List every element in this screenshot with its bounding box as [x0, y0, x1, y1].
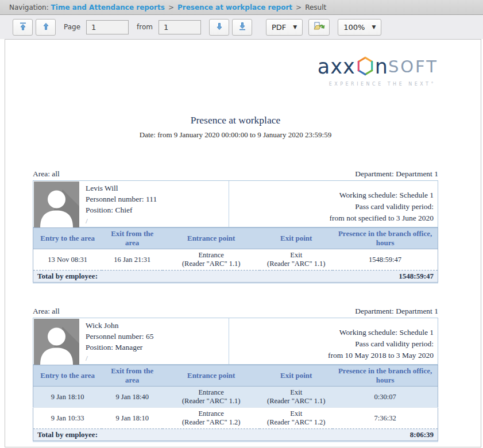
entrance-point-cell: Entrance(Reader "ARC" 1.1)	[163, 249, 260, 271]
exit-point-cell: Exit(Reader "ARC" 1.2)	[260, 408, 333, 429]
employee-section: Area: all Department: Department 1 Wick …	[33, 307, 438, 441]
export-format-select[interactable]: PDF ▼	[266, 19, 303, 36]
total-value: 8:06:39	[333, 429, 438, 441]
employee-details: Levis Will Personnel number: 111 Positio…	[80, 181, 229, 227]
presence-table: Entry to the areaExit from the areaEntra…	[33, 365, 438, 441]
caret-down-icon: ▼	[293, 24, 297, 30]
previous-page-button[interactable]	[36, 19, 56, 36]
total-row: Total by employee: 1548:59:47	[33, 271, 438, 283]
avatar	[33, 318, 80, 364]
presence-hours-cell: 7:36:32	[333, 408, 438, 429]
column-header: Exit point	[260, 228, 333, 249]
entry-time-cell: 9 Jan 18:10	[33, 387, 102, 408]
page-input[interactable]	[86, 20, 129, 34]
avatar	[33, 181, 80, 227]
table-row: 9 Jan 10:33 9 Jan 18:10 Entrance(Reader …	[33, 408, 438, 429]
logo-text-n: n	[375, 57, 388, 77]
employee-schedule: Working schedule: Schedule 1Pass card va…	[229, 181, 438, 227]
hexagon-logo-icon	[357, 56, 374, 78]
breadcrumb-link-presence-report[interactable]: Presence at workplace report	[177, 3, 292, 11]
next-page-button[interactable]	[209, 19, 229, 36]
section-header-row: Area: all Department: Department 1	[33, 169, 438, 179]
report-title: Presence at workplace	[33, 114, 438, 126]
arrow-down-icon	[215, 22, 224, 33]
first-page-button[interactable]	[13, 19, 33, 36]
table-header-row: Entry to the areaExit from the areaEntra…	[33, 365, 438, 387]
exit-point-cell: Exit(Reader "ARC" 1.1)	[260, 387, 333, 408]
employee-info-box: Wick John Personnel number: 65 Position:…	[33, 318, 438, 365]
entry-time-cell: 13 Nov 08:31	[33, 249, 102, 271]
employee-personnel-number: Personnel number: 65	[86, 331, 229, 342]
employee-section: Area: all Department: Department 1 Levis…	[33, 169, 438, 283]
export-icon	[314, 21, 325, 33]
total-pages-field[interactable]	[159, 20, 201, 34]
caret-down-icon: ▼	[372, 24, 376, 30]
schedule-line: Working schedule: Schedule 1	[339, 327, 434, 338]
column-header: Exit from the area	[102, 228, 163, 249]
breadcrumb-separator: >	[168, 3, 174, 11]
logo-tagline: EXPERIENCE THE NEXT°	[329, 82, 438, 87]
employee-position: Position: Chief	[86, 204, 229, 215]
employee-extra: /	[86, 215, 229, 226]
employee-position: Position: Manager	[86, 342, 229, 353]
employee-personnel-number: Personnel number: 111	[86, 194, 229, 204]
employee-name: Levis Will	[86, 183, 229, 194]
arrow-down-to-line-icon	[238, 22, 247, 33]
from-label: from	[137, 23, 153, 31]
table-row: 13 Nov 08:31 16 Jan 21:31 Entrance(Reade…	[33, 249, 438, 271]
area-label: Area: all	[33, 307, 60, 316]
arrow-up-to-line-icon	[18, 22, 28, 33]
table-header-row: Entry to the areaExit from the areaEntra…	[33, 228, 438, 249]
presence-hours-cell: 1548:59:47	[333, 249, 438, 271]
area-label: Area: all	[33, 169, 60, 179]
zoom-value: 100%	[343, 23, 365, 32]
schedule-line: Pass card validity period:	[355, 201, 434, 213]
total-row: Total by employee: 8:06:39	[33, 429, 438, 441]
total-label: Total by employee:	[33, 271, 333, 283]
department-label: Department: Department 1	[355, 169, 438, 179]
employee-name: Wick John	[86, 320, 229, 331]
department-label: Department: Department 1	[355, 307, 438, 316]
exit-point-cell: Exit(Reader "ARC" 1.1)	[260, 249, 333, 271]
column-header: Exit point	[260, 365, 333, 387]
axxonsoft-logo: axx n SOFT EXPERIENCE THE NEXT°	[33, 56, 438, 87]
total-label: Total by employee:	[33, 429, 333, 441]
column-header: Entrance point	[163, 365, 260, 387]
schedule-line: Pass card validity period:	[355, 338, 434, 350]
breadcrumb: Navigation: Time and Attendance reports …	[0, 0, 483, 15]
employee-info-box: Levis Will Personnel number: 111 Positio…	[33, 180, 438, 227]
exit-time-cell: 16 Jan 21:31	[102, 249, 163, 271]
breadcrumb-current: Result	[305, 3, 326, 11]
schedule-line: Working schedule: Schedule 1	[339, 190, 434, 201]
employee-extra: /	[86, 353, 229, 364]
entrance-point-cell: Entrance(Reader "ARC" 1.1)	[163, 387, 260, 408]
breadcrumb-prefix: Navigation:	[9, 3, 49, 11]
breadcrumb-separator: >	[296, 3, 302, 11]
section-header-row: Area: all Department: Department 1	[33, 307, 438, 316]
schedule-line: from 10 May 2018 to 3 May 2020	[328, 350, 434, 361]
export-button[interactable]	[308, 19, 330, 36]
page-label: Page	[64, 23, 80, 31]
last-page-button[interactable]	[232, 19, 252, 36]
export-format-value: PDF	[272, 23, 286, 32]
breadcrumb-link-reports[interactable]: Time and Attendance reports	[51, 3, 165, 11]
column-header: Entry to the area	[33, 365, 102, 387]
table-row: 9 Jan 18:10 9 Jan 18:40 Entrance(Reader …	[33, 387, 438, 408]
employee-details: Wick John Personnel number: 65 Position:…	[80, 318, 229, 364]
exit-time-cell: 9 Jan 18:10	[102, 408, 163, 429]
presence-table: Entry to the areaExit from the areaEntra…	[33, 227, 438, 283]
total-value: 1548:59:47	[333, 271, 438, 283]
report-date-range: Date: from 9 January 2020 00:00:00 to 9 …	[33, 130, 438, 140]
logo-text-soft: SOFT	[388, 59, 438, 75]
employee-schedule: Working schedule: Schedule 1Pass card va…	[229, 318, 438, 364]
report-sections: Area: all Department: Department 1 Levis…	[33, 169, 438, 441]
zoom-select[interactable]: 100% ▼	[338, 19, 381, 36]
report-page: axx n SOFT EXPERIENCE THE NEXT° Presence…	[5, 40, 481, 441]
presence-hours-cell: 0:30:07	[333, 387, 438, 408]
column-header: Presence in the branch office, hours	[333, 228, 438, 249]
entrance-point-cell: Entrance(Reader "ARC" 1.2)	[163, 408, 260, 429]
schedule-line: from not specified to 3 June 2020	[330, 213, 434, 224]
column-header: Presence in the branch office, hours	[333, 365, 438, 387]
logo-text-axx: axx	[318, 57, 356, 77]
exit-time-cell: 9 Jan 18:40	[102, 387, 163, 408]
